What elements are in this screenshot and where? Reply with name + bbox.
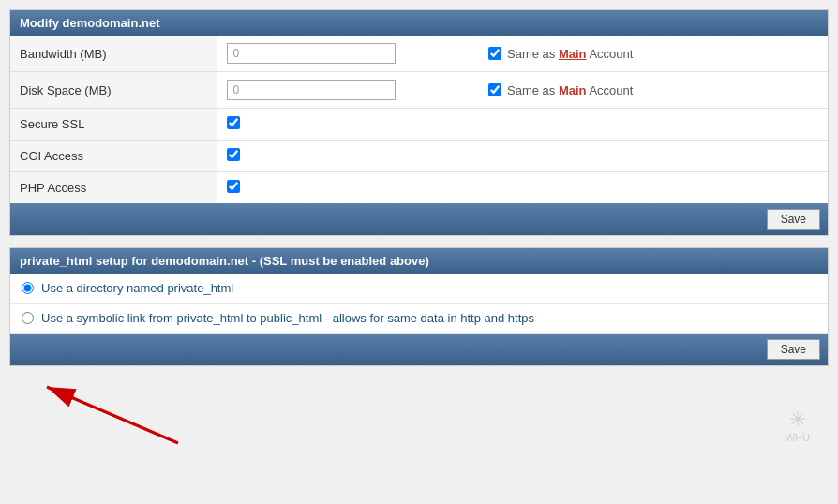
diskspace-same-as-cell: Same as Main Account xyxy=(479,72,828,109)
svg-line-1 xyxy=(47,387,178,443)
diskspace-input-cell xyxy=(217,72,479,109)
ssl-panel-footer: Save xyxy=(10,334,828,365)
cgi-empty-cell xyxy=(479,141,828,172)
cgi-row: CGI Access xyxy=(10,141,828,172)
arrow-area xyxy=(9,378,829,452)
ssl-empty-cell xyxy=(479,109,828,141)
ssl-setup-title: private_html setup for demodomain.net - … xyxy=(20,254,429,268)
php-checkbox[interactable] xyxy=(227,180,240,193)
diskspace-checkbox[interactable] xyxy=(488,83,501,96)
ssl-setup-panel: private_html setup for demodomain.net - … xyxy=(9,247,829,366)
cgi-checkbox-cell xyxy=(217,141,479,172)
ssl-setup-header: private_html setup for demodomain.net - … xyxy=(10,248,828,274)
php-empty-cell xyxy=(479,172,828,204)
diskspace-same-as: Same as Main Account xyxy=(488,83,818,97)
bandwidth-same-as: Same as Main Account xyxy=(488,47,818,61)
radio-option-2-label[interactable]: Use a symbolic link from private_html to… xyxy=(41,311,534,325)
cgi-checkbox[interactable] xyxy=(227,148,240,161)
ssl-save-button[interactable]: Save xyxy=(767,339,820,360)
bandwidth-main-word: Main xyxy=(559,47,587,61)
bandwidth-input[interactable] xyxy=(227,43,396,64)
modify-form-table: Bandwidth (MB) Same as Main Account xyxy=(10,36,828,203)
radio-option-1[interactable] xyxy=(22,282,34,294)
php-checkbox-cell xyxy=(217,172,479,204)
bandwidth-same-as-text: Same as Main Account xyxy=(507,47,633,61)
diskspace-input[interactable] xyxy=(227,80,396,100)
watermark: ✳ WHU xyxy=(786,408,810,443)
watermark-icon: ✳ xyxy=(786,408,810,432)
ssl-label: Secure SSL xyxy=(10,109,217,141)
radio-option-1-row: Use a directory named private_html xyxy=(10,274,828,304)
radio-option-2[interactable] xyxy=(22,312,34,324)
watermark-text: WHU xyxy=(786,432,810,443)
diskspace-same-as-text: Same as Main Account xyxy=(507,83,633,97)
modify-panel-header: Modify demodomain.net xyxy=(10,10,828,36)
ssl-row: Secure SSL xyxy=(10,109,828,141)
cgi-label: CGI Access xyxy=(10,141,217,172)
diskspace-row: Disk Space (MB) Same as Main Account xyxy=(10,72,828,109)
ssl-checkbox-cell xyxy=(217,109,479,141)
php-label: PHP Access xyxy=(10,172,217,204)
bandwidth-same-as-cell: Same as Main Account xyxy=(479,36,828,72)
radio-option-2-row: Use a symbolic link from private_html to… xyxy=(10,304,828,334)
php-row: PHP Access xyxy=(10,172,828,204)
bandwidth-label: Bandwidth (MB) xyxy=(10,36,217,72)
bandwidth-input-cell xyxy=(217,36,479,72)
diskspace-label: Disk Space (MB) xyxy=(10,72,217,109)
diskspace-main-word: Main xyxy=(559,83,587,97)
bottom-section: ✳ WHU xyxy=(9,378,829,452)
bandwidth-checkbox[interactable] xyxy=(488,47,501,60)
red-arrow-icon xyxy=(28,378,216,452)
bandwidth-row: Bandwidth (MB) Same as Main Account xyxy=(10,36,828,72)
modify-panel-footer: Save xyxy=(10,203,828,235)
modify-panel: Modify demodomain.net Bandwidth (MB) Sam… xyxy=(9,9,829,236)
modify-panel-title: Modify demodomain.net xyxy=(20,16,160,30)
radio-option-1-label[interactable]: Use a directory named private_html xyxy=(41,281,233,295)
modify-save-button[interactable]: Save xyxy=(767,209,820,230)
ssl-checkbox[interactable] xyxy=(227,116,240,129)
